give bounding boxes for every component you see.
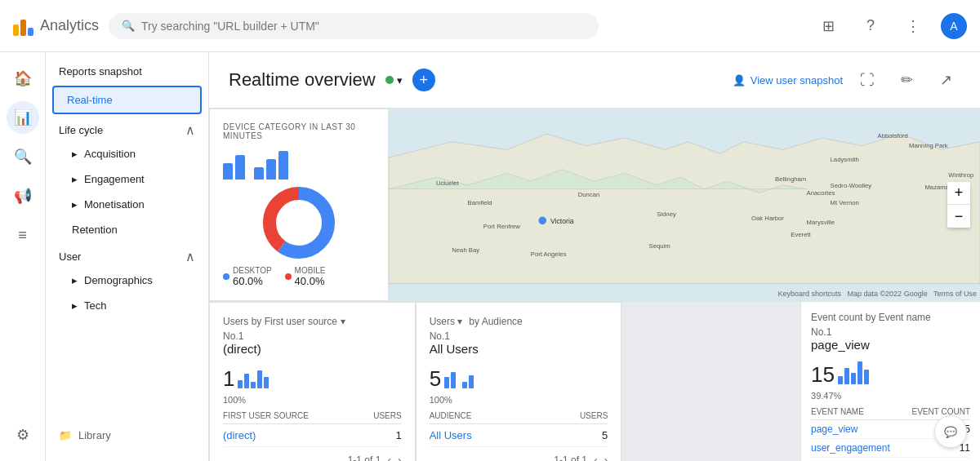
zoom-in-button[interactable]: + bbox=[947, 182, 970, 205]
col-audience: AUDIENCE bbox=[430, 411, 472, 420]
by-audience-label: by Audience bbox=[469, 316, 522, 327]
next-page-aud-button[interactable]: › bbox=[604, 454, 608, 461]
engagement-label: Engagement bbox=[84, 173, 145, 185]
sidebar-ads-icon[interactable]: 📢 bbox=[7, 180, 39, 212]
lifecycle-collapse-button[interactable]: ∧ bbox=[185, 122, 195, 138]
row2: Users by First user source ▾ No.1 (direc… bbox=[209, 302, 980, 461]
users-source-count: 1 bbox=[223, 366, 234, 392]
share-icon-button[interactable]: ↗ bbox=[931, 65, 960, 95]
user-label: User bbox=[59, 250, 81, 263]
a-spark3 bbox=[462, 382, 467, 388]
nav-tech[interactable]: ▸ Tech bbox=[46, 293, 202, 318]
prev-page-aud-button[interactable]: ‹ bbox=[594, 454, 598, 461]
users-audience-panel: Users ▾ by Audience No.1 All Users 5 100… bbox=[416, 302, 622, 461]
audience-row-label[interactable]: All Users bbox=[430, 429, 472, 441]
svg-text:Everett: Everett bbox=[791, 231, 811, 238]
svg-text:Abbotsford: Abbotsford bbox=[878, 132, 908, 140]
donut-container bbox=[223, 186, 375, 259]
nav-engagement[interactable]: ▸ Engagement bbox=[46, 166, 202, 192]
chevron-right-icon: ▸ bbox=[72, 148, 78, 160]
help-icon-button[interactable]: ? bbox=[856, 11, 885, 41]
nav-retention[interactable]: Retention bbox=[46, 217, 202, 242]
users-source-name: (direct) bbox=[223, 342, 402, 356]
sidebar-explore-icon[interactable]: 🔍 bbox=[7, 140, 39, 173]
add-button[interactable]: + bbox=[412, 69, 435, 91]
prev-page-src-button[interactable]: ‹ bbox=[387, 454, 391, 461]
users-source-dropdown-icon[interactable]: ▾ bbox=[341, 316, 345, 327]
gray-thumbnail bbox=[621, 302, 800, 461]
pagination-label-src: 1-1 of 1 bbox=[348, 454, 381, 461]
nav-library[interactable]: 📁 Library bbox=[46, 423, 208, 448]
library-label: Library bbox=[78, 429, 111, 441]
users-source-pct: 100% bbox=[223, 395, 402, 405]
col-source: FIRST USER SOURCE bbox=[223, 411, 309, 420]
svg-text:Port Renfrew: Port Renfrew bbox=[483, 223, 520, 230]
sidebar-config-icon[interactable]: ≡ bbox=[7, 219, 39, 251]
row1: DEVICE CATEGORY IN LAST 30 MINUTES bbox=[209, 109, 980, 302]
search-input[interactable] bbox=[141, 20, 586, 33]
e-s1 bbox=[838, 376, 843, 384]
bar2 bbox=[235, 155, 245, 180]
event-top-count: 15 bbox=[811, 362, 835, 388]
event-sparkline bbox=[838, 358, 869, 384]
svg-text:Duncan: Duncan bbox=[578, 191, 600, 198]
search-bar[interactable]: 🔍 bbox=[109, 13, 599, 39]
status-chevron-icon[interactable]: ▾ bbox=[397, 74, 403, 86]
desktop-pct: 60.0% bbox=[233, 275, 272, 287]
event-name-1[interactable]: user_engagement bbox=[811, 442, 890, 454]
sidebar-home-icon[interactable]: 🏠 bbox=[7, 62, 39, 95]
nav-reports-snapshot[interactable]: Reports snapshot bbox=[46, 59, 202, 84]
mini-bar-chart bbox=[223, 147, 375, 180]
e-s3 bbox=[851, 373, 856, 384]
apps-icon-button[interactable]: ⊞ bbox=[813, 11, 843, 41]
source-row-label[interactable]: (direct) bbox=[223, 429, 256, 441]
nav-realtime[interactable]: Real-time bbox=[52, 86, 202, 114]
snapshot-icon: 👤 bbox=[733, 74, 746, 86]
users-source-col-headers: FIRST USER SOURCE USERS bbox=[223, 411, 402, 424]
col-event-count: EVENT COUNT bbox=[912, 407, 971, 416]
mobile-dot bbox=[285, 273, 292, 280]
next-page-src-button[interactable]: › bbox=[398, 454, 402, 461]
event-rank: No.1 bbox=[811, 326, 970, 338]
more-icon-button[interactable]: ⋮ bbox=[898, 11, 928, 41]
chat-icon-button[interactable]: 💬 bbox=[934, 415, 967, 448]
user-collapse-button[interactable]: ∧ bbox=[185, 249, 195, 264]
sidebar-bottom: ⚙ bbox=[7, 415, 39, 454]
svg-text:Sedro-Woolley: Sedro-Woolley bbox=[831, 182, 872, 189]
zoom-out-button[interactable]: − bbox=[947, 205, 970, 228]
mobile-label: MOBILE bbox=[295, 266, 326, 275]
users-source-sparkline bbox=[238, 362, 269, 388]
nav-acquisition[interactable]: ▸ Acquisition bbox=[46, 141, 202, 166]
library-folder-icon: 📁 bbox=[59, 429, 72, 441]
fullscreen-icon-button[interactable]: ⛶ bbox=[853, 65, 882, 95]
event-row-2: session_start 6 bbox=[811, 458, 970, 461]
chevron-right-icon-dem: ▸ bbox=[72, 274, 78, 286]
e-s4 bbox=[858, 361, 862, 384]
topbar: Analytics 🔍 ⊞ ? ⋮ A bbox=[0, 0, 980, 52]
bar5 bbox=[278, 151, 288, 180]
users-audience-label[interactable]: Users ▾ bbox=[430, 316, 463, 327]
view-snapshot-button[interactable]: 👤 View user snapshot bbox=[733, 74, 843, 86]
audience-data-row: All Users 5 bbox=[430, 424, 608, 447]
sidebar-realtime-icon[interactable]: 📊 bbox=[7, 101, 39, 134]
demographics-label: Demographics bbox=[84, 274, 153, 286]
nav-monetisation[interactable]: ▸ Monetisation bbox=[46, 192, 202, 217]
audience-row-value: 5 bbox=[602, 429, 608, 441]
svg-text:Bellingham: Bellingham bbox=[775, 175, 806, 183]
users-audience-count-row: 5 bbox=[430, 359, 608, 392]
event-name-0[interactable]: page_view bbox=[811, 423, 858, 435]
svg-text:Port Angeles: Port Angeles bbox=[531, 250, 567, 258]
view-snapshot-label: View user snapshot bbox=[751, 74, 843, 86]
edit-icon-button[interactable]: ✏ bbox=[892, 65, 921, 95]
nav-demographics[interactable]: ▸ Demographics bbox=[46, 268, 202, 293]
event-top-name: page_view bbox=[811, 338, 970, 352]
sidebar-settings-icon[interactable]: ⚙ bbox=[7, 419, 39, 451]
legend-desktop-info: DESKTOP 60.0% bbox=[233, 266, 272, 287]
nav-sidebar: Reports snapshot Real-time Life cycle ∧ … bbox=[46, 52, 209, 461]
avatar[interactable]: A bbox=[941, 13, 967, 39]
map-controls: + − bbox=[947, 182, 970, 228]
event-top-pct: 39.47% bbox=[811, 391, 970, 401]
bar3 bbox=[254, 167, 264, 180]
app-title: Analytics bbox=[40, 17, 99, 34]
desktop-label: DESKTOP bbox=[233, 266, 272, 275]
